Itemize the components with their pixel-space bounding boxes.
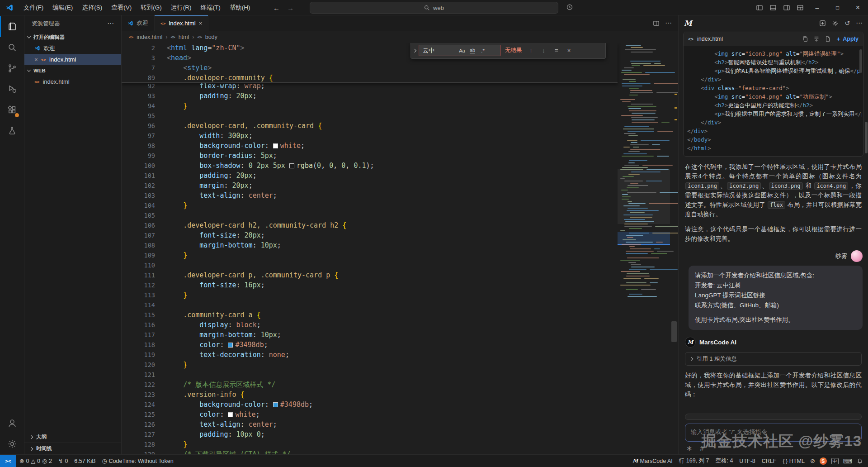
eol[interactable]: CRLF <box>759 455 780 467</box>
close-button[interactable] <box>848 0 868 15</box>
history-icon[interactable] <box>844 19 850 27</box>
code-line[interactable]: 96 .developer-card, .community-card { <box>122 121 678 131</box>
code-line[interactable]: 121 <box>122 370 678 380</box>
breadcrumb-item[interactable]: body <box>205 34 217 40</box>
code-line[interactable]: 102 margin: 20px; <box>122 181 678 191</box>
code-line[interactable]: 112 font-size: 16px; <box>122 280 678 290</box>
code-line[interactable]: 108 margin-bottom: 10px; <box>122 240 678 250</box>
code-line[interactable]: 129 /* 下载引导区域 (CTA) 样式 */ <box>122 449 678 454</box>
file-size-indicator[interactable]: 6.57 KiB <box>71 455 99 467</box>
menu-item-6[interactable]: 终端(T) <box>196 0 225 15</box>
color-swatch[interactable] <box>273 143 278 148</box>
menu-item-1[interactable]: 编辑(E) <box>48 0 77 15</box>
code-line[interactable]: 98 background-color: white; <box>122 141 678 151</box>
cursor-position[interactable]: 行 169, 列 7 <box>676 455 712 467</box>
new-file-icon[interactable] <box>825 36 831 42</box>
outline-section[interactable]: 大纲 <box>24 431 121 443</box>
code-line[interactable]: 95 <box>122 111 678 121</box>
encoding[interactable]: UTF-8 <box>736 455 758 467</box>
close-find-icon[interactable] <box>564 46 574 56</box>
code-line[interactable]: 107 font-size: 20px; <box>122 230 678 240</box>
account-icon[interactable] <box>0 413 24 434</box>
commands-icon[interactable] <box>686 444 692 453</box>
code-editor[interactable]: 92 flex-wrap: wrap;93 padding: 20px;94 }… <box>122 43 678 454</box>
apply-button[interactable]: Apply <box>836 36 859 42</box>
color-swatch[interactable] <box>273 402 278 407</box>
open-editor-welcome[interactable]: 欢迎 <box>24 43 121 54</box>
code-line[interactable]: 124 background-color: #3498db; <box>122 400 678 410</box>
code-line[interactable]: 113 } <box>122 290 678 300</box>
marscode-status[interactable]: MarsCode AI <box>629 455 675 467</box>
code-scrollbar-thumb[interactable] <box>859 49 862 73</box>
gear-icon[interactable] <box>832 20 839 27</box>
code-line[interactable]: 97 width: 300px; <box>122 131 678 141</box>
zap-indicator[interactable]: 0 <box>55 455 71 467</box>
folder-web-header[interactable]: WEB <box>24 65 121 76</box>
menu-item-7[interactable]: 帮助(H) <box>225 0 255 15</box>
menu-item-5[interactable]: 运行(R) <box>166 0 196 15</box>
find-next-icon[interactable] <box>539 46 549 56</box>
testing-flask-icon[interactable] <box>0 120 24 141</box>
search-sidebar-icon[interactable] <box>0 37 24 58</box>
keyboard-indicator[interactable] <box>841 455 854 467</box>
copy-icon[interactable] <box>802 36 808 42</box>
remote-indicator[interactable] <box>0 455 16 467</box>
code-line[interactable]: 111 .developer-card p, .community-card p… <box>122 270 678 280</box>
settings-gear-icon[interactable] <box>0 434 24 454</box>
open-editors-header[interactable]: 打开的编辑器 <box>24 32 121 43</box>
breadcrumb-item[interactable]: html <box>179 34 189 40</box>
run-debug-icon[interactable] <box>0 79 24 100</box>
code-line[interactable]: 93 padding: 20px; <box>122 91 678 101</box>
insert-icon[interactable] <box>813 36 820 42</box>
code-line[interactable]: 99 border-radius: 5px; <box>122 151 678 161</box>
menu-item-2[interactable]: 选择(S) <box>77 0 107 15</box>
ime-indicator[interactable]: 中 <box>829 455 841 467</box>
collapsed-code-bar[interactable] <box>685 414 862 420</box>
minimap[interactable] <box>618 43 670 454</box>
menu-item-4[interactable]: 转到(G) <box>136 0 166 15</box>
whole-word-icon[interactable] <box>468 46 477 55</box>
more-icon[interactable] <box>856 19 863 27</box>
code-line[interactable]: 127 padding: 10px 0; <box>122 429 678 439</box>
file-index-html[interactable]: index.html <box>24 76 121 87</box>
customize-layout-icon[interactable] <box>793 0 807 15</box>
find-previous-icon[interactable] <box>526 46 536 56</box>
sync-status[interactable] <box>808 455 817 467</box>
explorer-icon[interactable] <box>0 16 24 37</box>
code-line[interactable]: 118 color: #3498db; <box>122 340 678 350</box>
source-control-icon[interactable] <box>0 58 24 79</box>
tab-index-html[interactable]: index.html <box>155 15 208 31</box>
code-line[interactable]: 106 .developer-card h2, .community-card … <box>122 220 678 230</box>
indentation[interactable]: 空格: 4 <box>712 455 736 467</box>
code-line[interactable]: 101 padding: 20px; <box>122 171 678 181</box>
toggle-replace-icon[interactable] <box>413 48 416 52</box>
breadcrumb-item[interactable]: index.html <box>137 34 162 40</box>
find-input[interactable] <box>423 47 456 54</box>
menu-item-3[interactable]: 查看(V) <box>107 0 136 15</box>
match-case-icon[interactable] <box>458 46 467 55</box>
code-line[interactable]: 115 .community-card a { <box>122 310 678 320</box>
color-swatch[interactable] <box>228 343 233 348</box>
panel-scrollbar-thumb[interactable] <box>865 122 868 153</box>
maximize-button[interactable] <box>827 0 848 15</box>
command-center-search[interactable]: web <box>310 2 558 14</box>
code-line[interactable]: 105 <box>122 210 678 220</box>
menu-item-0[interactable]: 文件(F) <box>19 0 48 15</box>
reference-toggle[interactable]: 引用 1 相关信息 <box>685 352 862 366</box>
code-line[interactable]: 126 text-align: center; <box>122 419 678 429</box>
minimize-button[interactable] <box>807 0 827 15</box>
code-line[interactable]: 103 text-align: center; <box>122 191 678 200</box>
tab-welcome[interactable]: 欢迎 <box>122 15 155 31</box>
code-line[interactable]: 104 } <box>122 200 678 210</box>
code-line[interactable]: 128 } <box>122 439 678 449</box>
code-line[interactable]: 123 .version-info { <box>122 390 678 400</box>
new-chat-icon[interactable] <box>819 20 826 27</box>
color-swatch[interactable] <box>228 412 233 417</box>
close-editor-icon[interactable] <box>34 56 38 63</box>
code-line[interactable]: 89 .developer-community { <box>122 73 618 83</box>
code-line[interactable]: 122 /* 版本信息展示区域样式 */ <box>122 380 678 390</box>
regex-icon[interactable] <box>478 46 487 55</box>
color-swatch[interactable] <box>289 163 294 168</box>
code-line[interactable]: 109 } <box>122 250 678 260</box>
editor-more-icon[interactable] <box>665 19 672 27</box>
